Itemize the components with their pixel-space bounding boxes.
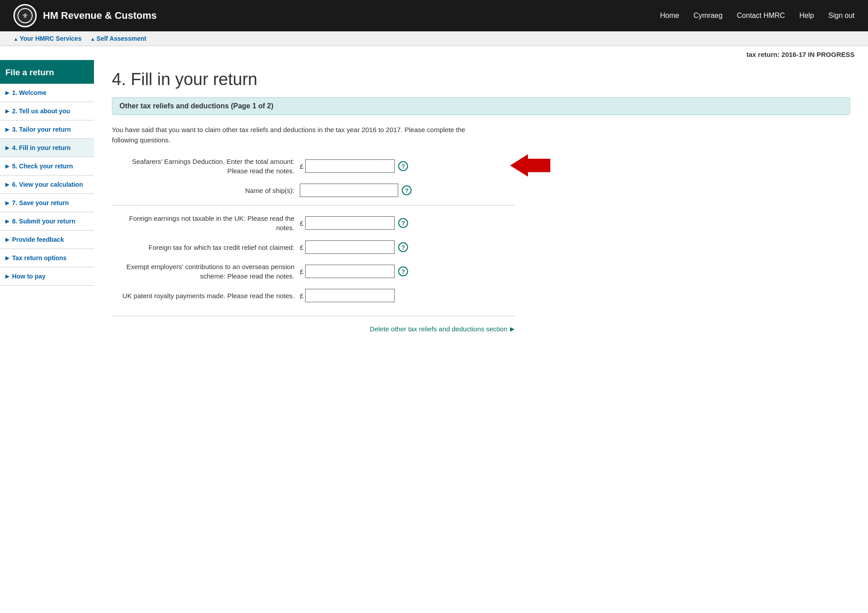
site-title: HM Revenue & Customs xyxy=(43,10,157,21)
main-layout: File a return ▶ 1. Welcome ▶ 2. Tell us … xyxy=(0,60,868,613)
label-ship-name: Name of ship(s): xyxy=(112,186,300,195)
nav-cymraeg[interactable]: Cymraeg xyxy=(694,12,723,20)
sidebar-item-options[interactable]: ▶ Tax return options xyxy=(0,249,94,267)
chevron-right-icon: ▶ xyxy=(5,90,9,96)
nav-help[interactable]: Help xyxy=(799,12,814,20)
chevron-right-icon: ▶ xyxy=(5,255,9,261)
chevron-right-icon: ▶ xyxy=(5,145,9,151)
form-row-seafarers: Seafarers' Earnings Deduction. Enter the… xyxy=(112,157,515,176)
nav-home[interactable]: Home xyxy=(660,12,679,20)
red-arrow-indicator xyxy=(510,154,550,178)
sidebar-link-calculation[interactable]: 6. View your calculation xyxy=(12,181,83,188)
sidebar-link-options[interactable]: Tax return options xyxy=(12,254,67,261)
help-icon-seafarers[interactable]: ? xyxy=(398,161,408,171)
input-exempt-employers[interactable] xyxy=(305,265,395,278)
chevron-right-icon: ▶ xyxy=(5,236,9,243)
main-nav: Home Cymraeg Contact HMRC Help Sign out xyxy=(660,12,855,20)
form-row-ship-name: Name of ship(s): ? xyxy=(112,184,515,206)
sidebar-item-welcome[interactable]: ▶ 1. Welcome xyxy=(0,84,94,102)
page-title: 4. Fill in your return xyxy=(112,70,850,89)
svg-text:⚜: ⚜ xyxy=(22,12,28,20)
breadcrumb-self-assessment[interactable]: Self Assessment xyxy=(90,35,147,42)
form-row-foreign-earnings: Foreign earnings not taxable in the UK: … xyxy=(112,214,515,232)
status-bar: tax return: 2016-17 IN PROGRESS xyxy=(0,46,868,60)
sidebar-item-calculation[interactable]: ▶ 6. View your calculation xyxy=(0,176,94,194)
currency-exempt-employers: £ xyxy=(300,268,303,275)
sidebar-link-how-to-pay[interactable]: How to pay xyxy=(12,273,46,280)
chevron-right-icon: ▶ xyxy=(5,218,9,224)
chevron-right-icon: ▶ xyxy=(5,163,9,169)
sidebar-link-tell-us[interactable]: 2. Tell us about you xyxy=(12,107,70,115)
input-seafarers[interactable] xyxy=(305,159,395,173)
breadcrumb-hmrc-services[interactable]: Your HMRC Services xyxy=(13,35,81,42)
sidebar-item-save[interactable]: ▶ 7. Save your return xyxy=(0,194,94,212)
site-header: ⚜ HM Revenue & Customs Home Cymraeg Cont… xyxy=(0,0,868,31)
status-text: tax return: 2016-17 IN PROGRESS xyxy=(746,51,855,58)
delete-section-link[interactable]: Delete other tax reliefs and deductions … xyxy=(370,325,515,333)
section-heading: Other tax reliefs and deductions (Page 1… xyxy=(112,97,850,115)
help-icon-ship-name[interactable]: ? xyxy=(402,185,412,195)
currency-foreign-tax: £ xyxy=(300,244,303,251)
sidebar-item-tailor[interactable]: ▶ 3. Tailor your return xyxy=(0,120,94,139)
currency-foreign-earnings: £ xyxy=(300,219,303,227)
intro-text: You have said that you want to claim oth… xyxy=(112,125,479,145)
form-row-uk-patent: UK patent royalty payments made. Please … xyxy=(112,289,515,302)
sidebar-link-tailor[interactable]: 3. Tailor your return xyxy=(12,126,71,133)
main-content: 4. Fill in your return Other tax reliefs… xyxy=(94,60,868,613)
sidebar-item-tell-us[interactable]: ▶ 2. Tell us about you xyxy=(0,102,94,120)
form-section: Seafarers' Earnings Deduction. Enter the… xyxy=(112,157,515,302)
sidebar-link-feedback[interactable]: Provide feedback xyxy=(12,236,64,243)
sidebar-header: File a return xyxy=(0,61,94,84)
label-foreign-earnings: Foreign earnings not taxable in the UK: … xyxy=(112,214,300,232)
input-ship-name[interactable] xyxy=(300,184,398,197)
label-foreign-tax: Foreign tax for which tax credit relief … xyxy=(112,243,300,252)
chevron-right-icon: ▶ xyxy=(5,108,9,114)
svg-marker-2 xyxy=(510,154,550,177)
label-uk-patent: UK patent royalty payments made. Please … xyxy=(112,291,300,300)
help-icon-foreign-earnings[interactable]: ? xyxy=(398,218,408,228)
sidebar-link-save[interactable]: 7. Save your return xyxy=(12,199,69,206)
input-foreign-tax[interactable] xyxy=(305,240,395,254)
sidebar-item-check[interactable]: ▶ 5. Check your return xyxy=(0,157,94,176)
currency-seafarers: £ xyxy=(300,163,303,170)
form-row-exempt-employers: Exempt employers' contributions to an ov… xyxy=(112,262,515,281)
input-foreign-earnings[interactable] xyxy=(305,216,395,230)
sidebar-item-feedback[interactable]: ▶ Provide feedback xyxy=(0,231,94,249)
input-uk-patent[interactable] xyxy=(305,289,395,302)
help-icon-exempt-employers[interactable]: ? xyxy=(398,266,408,276)
sidebar-item-how-to-pay[interactable]: ▶ How to pay xyxy=(0,267,94,286)
sidebar-link-welcome[interactable]: 1. Welcome xyxy=(12,89,47,96)
sidebar-link-fill-in[interactable]: 4. Fill in your return xyxy=(12,144,71,151)
delete-section-label: Delete other tax reliefs and deductions … xyxy=(370,325,507,333)
chevron-right-icon: ▶ xyxy=(5,181,9,188)
breadcrumb-bar: Your HMRC Services Self Assessment xyxy=(0,31,868,46)
sidebar-item-fill-in[interactable]: ▶ 4. Fill in your return xyxy=(0,139,94,157)
form-row-foreign-tax: Foreign tax for which tax credit relief … xyxy=(112,240,515,254)
sidebar-link-submit[interactable]: 8. Submit your return xyxy=(12,218,76,225)
chevron-right-icon: ▶ xyxy=(5,273,9,279)
nav-contact[interactable]: Contact HMRC xyxy=(737,12,785,20)
logo: ⚜ HM Revenue & Customs xyxy=(13,4,157,27)
bottom-actions: Delete other tax reliefs and deductions … xyxy=(112,316,515,333)
sidebar: File a return ▶ 1. Welcome ▶ 2. Tell us … xyxy=(0,60,94,613)
arrow-right-icon: ▶ xyxy=(510,326,515,332)
help-icon-foreign-tax[interactable]: ? xyxy=(398,242,408,252)
label-seafarers: Seafarers' Earnings Deduction. Enter the… xyxy=(112,157,300,176)
sidebar-link-check[interactable]: 5. Check your return xyxy=(12,163,73,170)
chevron-right-icon: ▶ xyxy=(5,200,9,206)
chevron-right-icon: ▶ xyxy=(5,126,9,133)
sidebar-item-submit[interactable]: ▶ 8. Submit your return xyxy=(0,212,94,231)
nav-signout[interactable]: Sign out xyxy=(828,12,855,20)
label-exempt-employers: Exempt employers' contributions to an ov… xyxy=(112,262,300,281)
currency-uk-patent: £ xyxy=(300,292,303,300)
logo-emblem: ⚜ xyxy=(13,4,37,27)
